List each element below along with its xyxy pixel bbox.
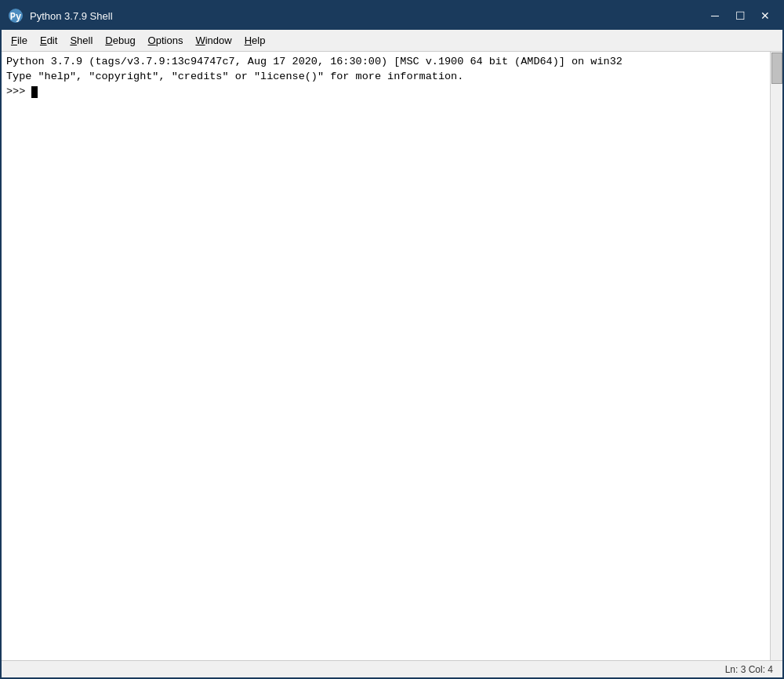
close-button[interactable]: ✕ (754, 8, 776, 24)
menu-file[interactable]: File (5, 31, 34, 49)
window-title: Python 3.7.9 Shell (30, 10, 704, 22)
shell-content[interactable]: Python 3.7.9 (tags/v3.7.9:13c94747c7, Au… (2, 52, 782, 660)
shell-prompt: >>> (6, 85, 31, 100)
menu-options[interactable]: Options (142, 31, 190, 49)
menu-bar: File Edit Shell Debug Options Window Hel… (2, 30, 782, 52)
shell-line1: Python 3.7.9 (tags/v3.7.9:13c94747c7, Au… (6, 55, 778, 70)
app-icon: Py (8, 8, 24, 24)
cursor-position: Ln: 3 Col: 4 (725, 664, 773, 675)
minimize-button[interactable]: ─ (704, 8, 726, 24)
scrollbar[interactable] (770, 52, 782, 660)
shell-line2: Type "help", "copyright", "credits" or "… (6, 70, 778, 85)
menu-debug[interactable]: Debug (99, 31, 141, 49)
scrollbar-thumb[interactable] (771, 53, 782, 84)
maximize-button[interactable]: ☐ (729, 8, 751, 24)
svg-text:Py: Py (10, 12, 21, 23)
menu-window[interactable]: Window (189, 31, 238, 49)
shell-content-wrapper: Python 3.7.9 (tags/v3.7.9:13c94747c7, Au… (2, 52, 782, 660)
shell-cursor (31, 86, 38, 98)
menu-edit[interactable]: Edit (34, 31, 64, 49)
title-bar: Py Python 3.7.9 Shell ─ ☐ ✕ (2, 2, 782, 30)
python-shell-window: Py Python 3.7.9 Shell ─ ☐ ✕ File Edit Sh… (0, 0, 784, 679)
menu-shell[interactable]: Shell (64, 31, 99, 49)
status-bar: Ln: 3 Col: 4 (2, 660, 782, 677)
shell-prompt-line: >>> (6, 85, 778, 100)
window-controls: ─ ☐ ✕ (704, 8, 776, 24)
menu-help[interactable]: Help (238, 31, 272, 49)
